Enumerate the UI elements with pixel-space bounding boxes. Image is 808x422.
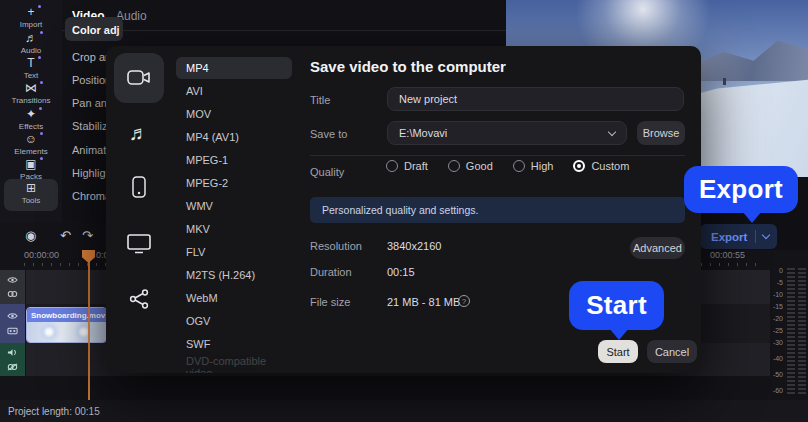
track-header-audio[interactable] [0, 343, 25, 376]
mountain-ridge [687, 36, 808, 81]
eye-icon[interactable] [7, 276, 18, 284]
help-icon[interactable]: ? [458, 295, 470, 307]
format-item-wmv[interactable]: WMV [176, 195, 292, 217]
db-label: -15 [763, 303, 783, 310]
format-item-mkv[interactable]: MKV [176, 218, 292, 240]
track-header-video[interactable] [0, 304, 25, 343]
radio-circle[interactable] [513, 160, 525, 172]
browse-button-label: Browse [643, 127, 680, 139]
eye-icon[interactable] [7, 312, 18, 320]
status-bar: Project length: 00:15 [0, 400, 808, 422]
sidebar: + Import ♬ Audio T Text ⋈ Transitions ✦ … [0, 0, 62, 222]
format-item-clipped[interactable]: DVD-compatible video [176, 356, 292, 373]
sidebar-item-label: Elements [14, 147, 47, 156]
text-icon: T [27, 58, 34, 69]
radio-label: High [531, 160, 554, 172]
duration-value: 00:15 [387, 266, 415, 278]
sidebar-item-label: Effects [19, 122, 43, 131]
category-video-camera-icon[interactable] [106, 69, 172, 86]
transitions-icon: ⋈ [25, 83, 37, 94]
sidebar-item-elements[interactable]: ☺ Elements [0, 132, 62, 158]
category-tv-icon[interactable] [106, 234, 172, 254]
cancel-button-label: Cancel [655, 346, 689, 358]
filmstrip-icon[interactable] [7, 327, 18, 335]
title-input[interactable]: New project [387, 87, 684, 111]
audio-meter-right [798, 268, 806, 396]
tools-icon: ⊞ [26, 183, 36, 194]
clip-thumbnail [27, 322, 106, 343]
format-item-mp4[interactable]: MP4 [176, 57, 292, 79]
radio-custom[interactable]: Custom [573, 160, 629, 172]
ruler-ticks[interactable] [701, 263, 763, 266]
sidebar-item-audio[interactable]: ♬ Audio [0, 31, 62, 57]
format-item-avi[interactable]: AVI [176, 80, 292, 102]
sidebar-item-transitions[interactable]: ⋈ Transitions [0, 81, 62, 107]
format-item-flv[interactable]: FLV [176, 241, 292, 263]
quality-radio-group: Draft Good High Custom [386, 160, 629, 172]
save-to-label: Save to [310, 128, 347, 140]
sidebar-item-text[interactable]: T Text [0, 56, 62, 82]
radio-high[interactable]: High [513, 160, 554, 172]
save-to-dropdown[interactable]: E:\Movavi [387, 121, 627, 145]
record-icon[interactable]: ◉ [25, 228, 36, 243]
format-item-ogv[interactable]: OGV [176, 310, 292, 332]
format-item-mov[interactable]: MOV [176, 103, 292, 125]
radio-circle-selected[interactable] [573, 160, 585, 172]
db-label: -50 [763, 371, 783, 378]
radio-circle[interactable] [448, 160, 460, 172]
cancel-button[interactable]: Cancel [647, 340, 697, 363]
link-icon[interactable] [7, 290, 18, 298]
format-item-swf[interactable]: SWF [176, 333, 292, 355]
packs-icon: ▣ [25, 159, 36, 170]
browse-button[interactable]: Browse [637, 121, 685, 145]
sidebar-item-packs[interactable]: ▣ Packs [0, 157, 62, 183]
volume-icon[interactable] [7, 348, 18, 357]
format-item-mp4-av1[interactable]: MP4 (AV1) [176, 126, 292, 148]
sidebar-item-tools[interactable]: ⊞ Tools [0, 181, 62, 207]
radio-label: Custom [591, 160, 629, 172]
save-to-value: E:\Movavi [399, 127, 447, 139]
export-button-label: Export [711, 231, 747, 243]
sidebar-item-import[interactable]: + Import [0, 5, 62, 31]
unlink-icon[interactable] [7, 363, 18, 371]
audio-icon: ♬ [25, 33, 37, 44]
redo-icon[interactable]: ↷ [82, 228, 93, 243]
radio-good[interactable]: Good [448, 160, 493, 172]
format-item-mpeg2[interactable]: MPEG-2 [176, 172, 292, 194]
playhead-line[interactable] [88, 252, 90, 408]
category-share-icon[interactable] [106, 289, 172, 309]
start-callout-label: Start [586, 290, 647, 321]
format-item-webm[interactable]: WebM [176, 287, 292, 309]
ruler-label-start: 00:00:00 [24, 250, 59, 260]
tool-panel-item-color-adjustments[interactable]: Color adj [72, 24, 162, 36]
ruler-ticks[interactable] [24, 263, 106, 266]
info-banner: Personalized quality and settings. [310, 197, 685, 223]
app-window: Video Audio Color adj Crop and Position … [0, 0, 808, 422]
file-size-value: 21 MB - 81 MB [387, 296, 460, 308]
sidebar-item-label: Transitions [12, 96, 51, 105]
notification-dot [40, 31, 43, 34]
track-header-overlay[interactable] [0, 270, 25, 304]
radio-label: Good [466, 160, 493, 172]
radio-circle[interactable] [386, 160, 398, 172]
radio-draft[interactable]: Draft [386, 160, 428, 172]
start-button[interactable]: Start [598, 340, 638, 363]
export-button[interactable]: Export [700, 224, 777, 249]
audio-meter-left [787, 268, 795, 396]
radio-label: Draft [404, 160, 428, 172]
advanced-button[interactable]: Advanced [630, 237, 685, 259]
format-item-mpeg1[interactable]: MPEG-1 [176, 149, 292, 171]
category-mobile-icon[interactable] [106, 176, 172, 198]
clip-name: Snowboarding.mov [31, 311, 105, 320]
duration-label: Duration [310, 266, 352, 278]
format-item-m2ts[interactable]: M2TS (H.264) [176, 264, 292, 286]
timeline-clip-snowboarding[interactable]: Snowboarding.mov [26, 307, 107, 343]
advanced-button-label: Advanced [633, 242, 682, 254]
category-audio-icon[interactable]: ♬ [106, 122, 172, 145]
dialog-title: Save video to the computer [310, 58, 506, 75]
playhead-marker[interactable] [82, 250, 95, 263]
undo-icon[interactable]: ↶ [60, 228, 71, 243]
chevron-down-icon[interactable] [762, 231, 770, 239]
sidebar-item-effects[interactable]: ✦ Effects [0, 107, 62, 133]
export-callout-bubble: Export [684, 166, 798, 213]
